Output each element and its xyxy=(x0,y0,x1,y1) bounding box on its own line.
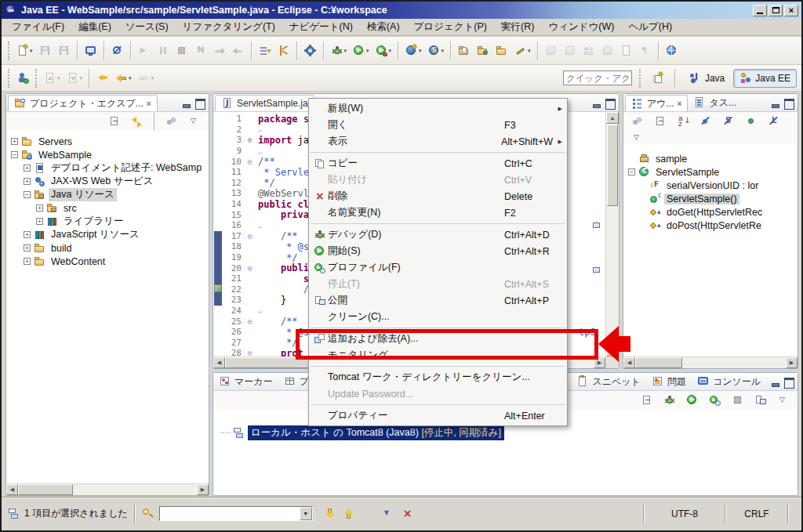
expand-icon[interactable]: + xyxy=(24,244,31,252)
collapse-all-button[interactable]: − xyxy=(105,111,124,132)
pencil-button[interactable] xyxy=(561,41,580,61)
menu-item-clean[interactable]: クリーン(C)... xyxy=(309,309,567,325)
server-row[interactable]: ローカル・ホスト の Tomcat8 (Java8) [停止中, 同期済み] xyxy=(221,425,798,440)
next-annotation-button[interactable] xyxy=(256,41,274,61)
debug-button[interactable] xyxy=(660,390,679,411)
tab-markers[interactable]: マーカー xyxy=(213,373,278,390)
close-button[interactable]: × xyxy=(784,5,798,16)
perspective-java-button[interactable]: JJava xyxy=(683,69,731,88)
view-menu-button[interactable]: ▽ xyxy=(774,390,793,411)
collapse-icon[interactable]: − xyxy=(628,168,635,176)
menubar-item-project[interactable]: プロジェクト(P) xyxy=(407,19,494,35)
sync-folder-button[interactable] xyxy=(474,41,492,61)
close-icon[interactable]: × xyxy=(147,100,151,108)
expand-icon[interactable]: + xyxy=(24,231,31,238)
suspend-button[interactable] xyxy=(154,41,173,61)
import-folder-button[interactable] xyxy=(455,41,474,61)
scroll-left-icon[interactable]: ◀ xyxy=(623,357,635,368)
search-options-button[interactable]: ▼ xyxy=(379,504,398,524)
launch-history-button[interactable] xyxy=(274,41,293,61)
hide-fields-button[interactable] xyxy=(696,111,715,132)
profile-button[interactable]: ▶ xyxy=(706,390,725,411)
menu-item-open[interactable]: 開くF3 xyxy=(309,117,567,133)
maximize-view-button[interactable] xyxy=(605,99,615,107)
menubar-item-source[interactable]: ソース(S) xyxy=(118,19,176,35)
disconnect-button[interactable]: N xyxy=(191,41,210,61)
editor-vscrollbar[interactable]: ▲ ▼ xyxy=(605,112,619,356)
scroll-right-icon[interactable]: ▶ xyxy=(786,357,798,368)
scroll-up-icon[interactable]: ▲ xyxy=(606,112,619,124)
whitespace-button[interactable]: ¶ xyxy=(636,41,655,61)
start-button[interactable]: ▶ xyxy=(683,390,702,411)
close-icon[interactable]: × xyxy=(678,100,682,108)
tree-item-servers[interactable]: +Servers xyxy=(6,135,209,148)
save-button[interactable] xyxy=(36,41,55,61)
hide-nonpublic-button[interactable] xyxy=(742,111,761,132)
menubar-item-file[interactable]: ファイル(F) xyxy=(5,19,71,35)
link-pencil-button[interactable]: ▾ xyxy=(511,41,534,61)
run-button[interactable]: ▶▾ xyxy=(350,41,372,61)
collapse-icon[interactable]: − xyxy=(11,151,18,158)
fold-expand-icon[interactable]: ⊕ xyxy=(244,136,255,144)
expand-icon[interactable]: + xyxy=(24,178,31,185)
menu-item-publish[interactable]: 公開Ctrl+Alt+P xyxy=(309,292,567,309)
menu-item-rename[interactable]: 名前変更(N)F2 xyxy=(309,204,567,221)
update-gear-button[interactable] xyxy=(301,41,320,61)
hide-static-button[interactable]: S xyxy=(719,111,738,132)
tab-tasks[interactable]: タス... xyxy=(688,94,742,111)
debug-button[interactable]: ▾ xyxy=(328,41,351,61)
menu-item-new[interactable]: 新規(W)▶ xyxy=(309,100,567,117)
tree-item-build[interactable]: +build xyxy=(6,241,209,255)
fold-collapse-icon[interactable]: ⊖ xyxy=(244,232,255,241)
skip-breakpoints-button[interactable] xyxy=(108,41,127,61)
maximize-view-button[interactable] xyxy=(783,99,794,107)
team-button[interactable] xyxy=(580,41,598,61)
menubar-item-navigate[interactable]: ナビゲート(N) xyxy=(282,19,360,35)
menu-item-properties[interactable]: プロパティーAlt+Enter xyxy=(309,407,567,424)
menu-item-profile[interactable]: ▶プロファイル(F) xyxy=(309,259,567,276)
tab-console[interactable]: コンソール xyxy=(692,373,766,390)
scroll-left-icon[interactable]: ◀ xyxy=(6,484,18,495)
tree-item-servletsample-class[interactable]: −CServletSample xyxy=(623,165,798,179)
minimize-view-button[interactable] xyxy=(770,99,780,107)
search-next-button[interactable] xyxy=(321,504,340,524)
back-button[interactable]: ▾ xyxy=(112,68,135,89)
outline-hscrollbar[interactable]: ◀ ▶ xyxy=(623,356,798,368)
scroll-right-icon[interactable]: ▶ xyxy=(197,484,209,495)
new-wtp-wizard-button[interactable]: ▾ xyxy=(402,41,425,61)
open-folder-button[interactable] xyxy=(492,41,511,61)
menubar-item-search[interactable]: 検索(A) xyxy=(360,19,407,35)
fold-collapse-icon[interactable]: ⊖ xyxy=(244,157,255,166)
tree-item-websample[interactable]: −WebSample xyxy=(6,148,209,161)
minimize-view-button[interactable] xyxy=(181,99,191,107)
expand-icon[interactable]: + xyxy=(36,204,43,212)
fold-collapse-icon[interactable]: ⊖ xyxy=(244,264,255,273)
forward-button[interactable]: ▾ xyxy=(135,68,158,89)
view-menu-button[interactable]: ▽ xyxy=(185,111,204,132)
menu-item-debug[interactable]: デバッグ(D)Ctrl+Alt+D xyxy=(309,226,567,243)
tree-item-java-resources[interactable]: −Java リソース xyxy=(6,188,209,201)
menu-item-clean-tomcat-work-directory[interactable]: Tomcat ワーク・ディレクトリーをクリーン... xyxy=(309,369,567,385)
fold-collapse-icon[interactable]: ⊖ xyxy=(244,349,255,356)
link-editor-button[interactable] xyxy=(128,111,147,132)
scroll-left-icon[interactable]: ◀ xyxy=(213,357,225,368)
tab-servletsample-java[interactable]: J ServletSample.ja xyxy=(215,95,314,111)
menu-item-show-in[interactable]: 表示Alt+Shift+W▶ xyxy=(309,133,567,150)
combo-dropdown-icon[interactable]: ▼ xyxy=(300,507,312,520)
minimize-view-button[interactable] xyxy=(591,99,601,107)
tree-item-src[interactable]: +src xyxy=(6,201,209,215)
minimize-view-button[interactable] xyxy=(770,378,780,386)
fold-collapse-icon[interactable]: ⊖ xyxy=(244,317,255,326)
tree-item-servletsample-constructor[interactable]: cServletSample() xyxy=(623,192,798,205)
menu-item-start[interactable]: ▶開始(S)Ctrl+Alt+R xyxy=(309,243,567,259)
hide-local-button[interactable]: L xyxy=(765,111,783,132)
tree-item-jaxws-web-services[interactable]: +JAX-WS Web サービス xyxy=(6,175,209,188)
tree-item-sample-package[interactable]: sample xyxy=(623,152,798,165)
open-perspective-button[interactable] xyxy=(649,68,667,89)
ws-explorer-button[interactable]: S▾ xyxy=(425,41,448,61)
menubar-item-help[interactable]: ヘルプ(H) xyxy=(621,19,679,35)
save-all-button[interactable] xyxy=(55,41,74,61)
view-menu-button[interactable]: ▽ xyxy=(628,128,647,148)
terminate-button[interactable] xyxy=(173,41,191,61)
tree-item-dopost-method[interactable]: ▲doPost(HttpServletRe xyxy=(623,219,798,232)
